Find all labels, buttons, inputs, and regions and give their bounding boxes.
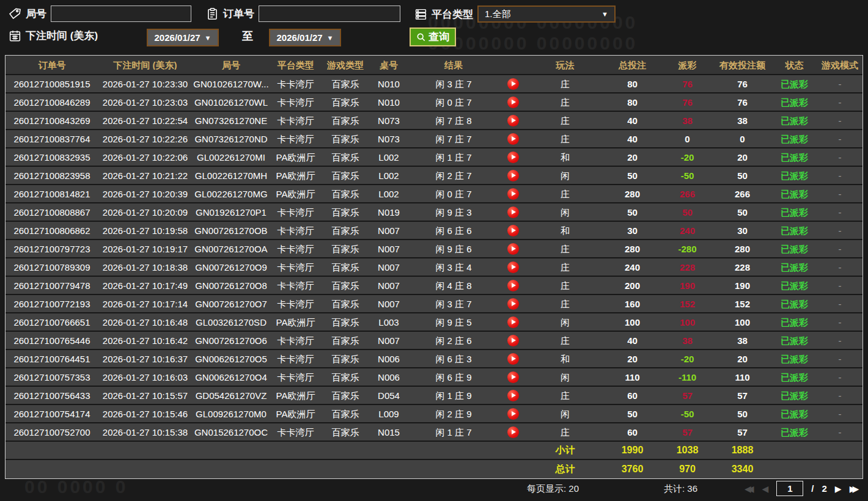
total-bet: 240 (603, 263, 661, 272)
replay-video-button[interactable] (507, 371, 519, 383)
table-header-row: 订单号下注时间 (美东)局号平台类型游戏类型桌号结果玩法总投注派彩有效投注额状态… (6, 56, 862, 75)
game-type: 百家乐 (321, 116, 370, 125)
column-header: 平台类型 (270, 60, 321, 70)
valid-bet: 76 (713, 79, 771, 89)
bet-time: 2026-01-27 10:16:03 (98, 373, 192, 382)
bet-time-label: 下注时间 (美东) (26, 29, 98, 43)
valid-bet: 280 (713, 244, 771, 254)
valid-bet: 50 (713, 409, 771, 419)
status: 已派彩 (771, 391, 817, 400)
game-no-filter: 局号 (9, 5, 191, 22)
replay-video-button[interactable] (507, 280, 519, 291)
replay-video-button[interactable] (507, 188, 519, 200)
play-type: 闲 (527, 171, 603, 180)
platform-select-value: 1.全部 (485, 9, 511, 20)
payout: 228 (661, 263, 713, 272)
platform-type: PA欧洲厅 (270, 189, 321, 199)
order-id: 260127100832935 (6, 153, 98, 162)
platform-label: 平台类型 (432, 7, 473, 21)
replay-video-button[interactable] (507, 335, 519, 346)
status: 已派彩 (771, 208, 817, 217)
platform-type: 卡卡湾厅 (270, 244, 321, 254)
table-row: 2601271008519152026-01-27 10:23:30GN0102… (6, 75, 862, 93)
bet-time: 2026-01-27 10:18:38 (98, 263, 192, 272)
replay-video-button[interactable] (507, 152, 519, 163)
replay-video-button[interactable] (507, 426, 519, 438)
total-bet: 80 (603, 79, 661, 89)
pagination-bar: 每页显示: 20 共计: 36 ◀◀ ◀ / 2 ▶ ▶▶ (0, 479, 868, 500)
total-bet: 50 (603, 171, 661, 180)
play-type: 闲 (527, 208, 603, 217)
total-pages: 2 (822, 483, 827, 494)
order-id: 260127100754174 (6, 409, 98, 419)
result: 闲 3 庄 7 (408, 79, 499, 89)
table-no: L002 (370, 153, 408, 162)
replay-video-button[interactable] (507, 225, 519, 236)
valid-bet: 152 (713, 299, 771, 309)
replay-video-button[interactable] (507, 170, 519, 181)
valid-bet: 76 (713, 98, 771, 107)
replay-video-button[interactable] (507, 408, 519, 420)
replay-video-button[interactable] (507, 133, 519, 145)
game-type: 百家乐 (321, 171, 370, 180)
play-type: 庄 (527, 336, 603, 345)
subtotal-total-bet: 1990 (603, 445, 661, 455)
table-no: N007 (370, 281, 408, 290)
total-payout: 970 (661, 464, 713, 474)
play-icon (512, 393, 516, 398)
total-row: 总计 3760 970 3340 (6, 460, 862, 478)
game-no-input[interactable] (51, 5, 191, 22)
table-no: N010 (370, 79, 408, 89)
table-body: 2601271008519152026-01-27 10:23:30GN0102… (6, 75, 862, 442)
order-no-input[interactable] (259, 5, 400, 22)
column-header: 游戏模式 (817, 60, 862, 70)
table-no: L003 (370, 318, 408, 327)
play-icon (512, 430, 516, 434)
replay-video-button[interactable] (507, 207, 519, 218)
last-page-button[interactable]: ▶▶ (850, 485, 859, 493)
valid-bet: 57 (713, 391, 771, 400)
platform-type: 卡卡湾厅 (270, 98, 321, 107)
prev-page-button[interactable]: ◀ (762, 485, 769, 493)
play-type: 庄 (527, 116, 603, 125)
order-id: 260127100779478 (6, 281, 98, 290)
total-label: 总计 (527, 464, 603, 474)
game-mode: - (817, 409, 862, 419)
order-id: 260127100808867 (6, 208, 98, 217)
order-id: 260127100823958 (6, 171, 98, 180)
game-mode: - (817, 189, 862, 199)
bet-time: 2026-01-27 10:22:26 (98, 134, 192, 144)
date-to-picker[interactable]: 2026/01/27 ▼ (269, 29, 341, 46)
replay-video-button[interactable] (507, 115, 519, 126)
platform-select[interactable]: 1.全部 ▼ (477, 5, 616, 23)
page-number-input[interactable] (776, 481, 803, 496)
first-page-button[interactable]: ◀◀ (745, 485, 754, 493)
replay-video-button[interactable] (507, 298, 519, 310)
table-row: 2601271007564332026-01-27 10:15:57GD0542… (6, 387, 862, 405)
game-mode: - (817, 428, 862, 437)
play-type: 闲 (527, 373, 603, 382)
platform-type: 卡卡湾厅 (270, 336, 321, 345)
total-bet: 200 (603, 281, 661, 290)
column-header: 桌号 (370, 60, 408, 70)
query-button[interactable]: 查询 (410, 27, 456, 46)
replay-video-button[interactable] (507, 261, 519, 273)
game-mode: - (817, 153, 862, 162)
subtotal-valid-bet: 1888 (713, 445, 771, 455)
order-id: 260127100752700 (6, 428, 98, 437)
replay-video-button[interactable] (507, 353, 519, 365)
play-icon (512, 356, 516, 361)
game-no: GN019261270P1 (192, 208, 270, 217)
replay-video-button[interactable] (507, 316, 519, 328)
game-mode: - (817, 116, 862, 125)
result: 闲 3 庄 4 (408, 263, 499, 272)
replay-video-button[interactable] (507, 78, 519, 90)
play-icon (512, 375, 516, 379)
replay-video-button[interactable] (507, 97, 519, 108)
chevron-down-icon: ▼ (327, 34, 334, 42)
replay-video-button[interactable] (507, 243, 519, 255)
play-icon (512, 100, 516, 104)
next-page-button[interactable]: ▶ (835, 485, 842, 493)
replay-video-button[interactable] (507, 390, 519, 401)
date-from-picker[interactable]: 2026/01/27 ▼ (147, 29, 219, 46)
